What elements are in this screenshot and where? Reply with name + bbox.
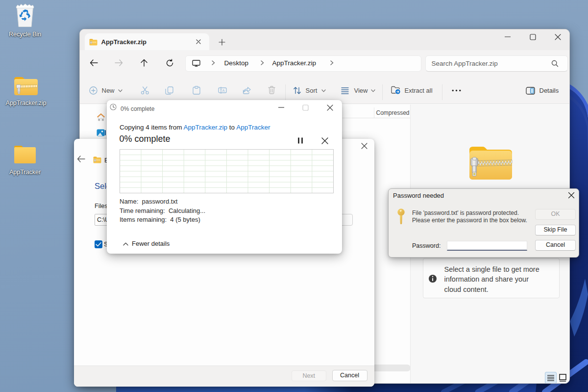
svg-text:A: A <box>222 88 224 93</box>
